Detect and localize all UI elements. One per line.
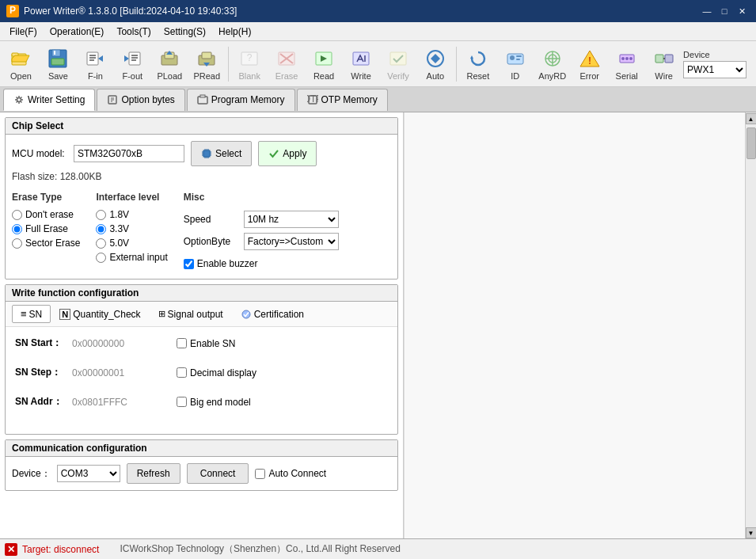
read-icon	[313, 48, 335, 70]
pread-button[interactable]: PRead	[189, 44, 225, 85]
menu-file[interactable]: File(F)	[3, 25, 44, 39]
erase-dont-label: Don't erase	[25, 209, 74, 220]
sn-step-value: 0x00000001	[72, 367, 167, 378]
scroll-thumb[interactable]	[747, 127, 756, 159]
il-1v8-radio[interactable]	[96, 210, 106, 220]
tab-option-bytes[interactable]: Option bytes	[97, 89, 184, 111]
big-end-checkbox[interactable]	[177, 397, 187, 407]
enable-buzzer-checkbox[interactable]	[184, 259, 194, 269]
sn-start-label: SN Start：	[15, 337, 63, 350]
menu-help[interactable]: Help(H)	[212, 25, 257, 39]
comm-device-label: Device：	[12, 467, 51, 481]
pload-button[interactable]: PLoad	[152, 44, 188, 85]
interface-level-title: Interface level	[96, 192, 167, 203]
svg-marker-12	[98, 55, 103, 62]
save-button[interactable]: Save	[40, 44, 76, 85]
enable-buzzer-row[interactable]: Enable buzzer	[184, 258, 342, 269]
chip-select-section: Chip Select MCU model:	[5, 117, 398, 280]
misc-optionbyte-select[interactable]: Factory=>Custom Keep current	[244, 233, 339, 250]
error-button[interactable]: ! Error	[572, 44, 607, 85]
apply-button[interactable]: Apply	[258, 141, 317, 166]
il-1v8[interactable]: 1.8V	[96, 209, 167, 220]
svg-marker-36	[431, 54, 440, 63]
id-button[interactable]: ID	[497, 44, 533, 85]
enable-sn-checkbox-row[interactable]: Enable SN	[177, 338, 235, 349]
erase-type-title: Erase Type	[12, 192, 80, 203]
mcu-input[interactable]	[74, 145, 184, 162]
chip-select-body: MCU model:	[6, 135, 397, 279]
sn-addr-label: SN Addr：	[15, 395, 63, 409]
erase-sector-radio[interactable]	[12, 238, 22, 249]
verify-button[interactable]: Verify	[381, 44, 416, 85]
decimal-display-checkbox[interactable]	[177, 367, 187, 378]
menu-operation[interactable]: Operation(E)	[44, 25, 111, 39]
menu-setting[interactable]: Setting(S)	[158, 25, 212, 39]
svg-point-50	[625, 57, 629, 60]
window-controls: — □ ✕	[699, 4, 750, 18]
il-3v3-label: 3.3V	[109, 223, 129, 234]
select-button[interactable]: Select	[191, 141, 252, 166]
minimize-button[interactable]: —	[699, 4, 715, 18]
refresh-button[interactable]: Refresh	[127, 463, 180, 484]
svg-text:!: !	[588, 55, 591, 67]
write-function-section: Write function configuration ≡ SN N Quan…	[5, 284, 398, 435]
wf-tab-certification[interactable]: Certification	[232, 306, 313, 323]
read-button[interactable]: Read	[306, 44, 342, 85]
device-select[interactable]: PWX1	[683, 61, 747, 78]
scroll-up-button[interactable]: ▲	[746, 113, 757, 124]
open-button[interactable]: Open	[3, 44, 39, 85]
big-end-row[interactable]: Big end model	[177, 397, 251, 408]
save-icon	[47, 48, 69, 70]
title-bar-title: Power Writer® 1.3.8.0 [Build:2024-04-10 …	[24, 6, 237, 17]
write-function-body: SN Start： 0x00000000 Enable SN SN Step： …	[6, 327, 397, 434]
il-3v3-radio[interactable]	[96, 224, 106, 234]
sn-start-value: 0x00000000	[72, 338, 167, 349]
title-bar-left: P Power Writer® 1.3.8.0 [Build:2024-04-1…	[6, 5, 237, 17]
anyrd-button[interactable]: AnyRD	[534, 44, 570, 85]
erase-sector[interactable]: Sector Erase	[12, 238, 80, 249]
quantity-check-icon: N	[59, 309, 70, 320]
menu-tools[interactable]: Tools(T)	[110, 25, 157, 39]
connect-button[interactable]: Connect	[187, 463, 249, 484]
erase-full[interactable]: Full Erase	[12, 223, 80, 234]
il-1v8-label: 1.8V	[109, 209, 129, 220]
il-5v0-radio[interactable]	[96, 238, 106, 249]
option-bytes-icon	[107, 94, 118, 105]
auto-connect-row[interactable]: Auto Connect	[255, 468, 326, 479]
reset-button[interactable]: Reset	[460, 44, 496, 85]
tab-writer-setting[interactable]: Writer Setting	[3, 89, 95, 111]
auto-connect-checkbox[interactable]	[255, 469, 265, 479]
scroll-down-button[interactable]: ▼	[746, 527, 757, 538]
wf-tab-sn[interactable]: ≡ SN	[12, 305, 51, 323]
enable-sn-checkbox[interactable]	[177, 338, 187, 348]
comm-device-select[interactable]: COM3 COM1 COM2	[57, 465, 120, 482]
erase-sector-label: Sector Erase	[25, 238, 80, 249]
erase-dont[interactable]: Don't erase	[12, 209, 80, 220]
maximize-button[interactable]: □	[716, 4, 732, 18]
wf-tab-signal-output[interactable]: ⊞ Signal output	[150, 306, 232, 323]
serial-icon	[616, 48, 638, 70]
auto-button[interactable]: Auto	[417, 44, 453, 85]
tab-program-memory[interactable]: Program Memory	[187, 89, 295, 111]
decimal-display-row[interactable]: Decimal display	[177, 367, 256, 378]
pread-icon	[196, 48, 218, 70]
erase-button[interactable]: Erase	[269, 44, 305, 85]
erase-full-radio[interactable]	[12, 224, 22, 234]
tab-otp-memory[interactable]: OTP OTP Memory	[297, 89, 388, 111]
fin-button[interactable]: F-in	[78, 44, 113, 85]
fout-button[interactable]: F-out	[115, 44, 150, 85]
serial-button[interactable]: Serial	[609, 44, 644, 85]
il-ext[interactable]: External input	[96, 252, 167, 263]
right-panel-scrollbar[interactable]: ▲ ▼	[745, 112, 756, 538]
erase-dont-radio[interactable]	[12, 210, 22, 220]
il-ext-radio[interactable]	[96, 253, 106, 263]
misc-speed-select[interactable]: 10M hz 5M hz 1M hz	[244, 211, 339, 228]
certification-icon	[241, 309, 252, 320]
close-button[interactable]: ✕	[734, 4, 750, 18]
il-5v0[interactable]: 5.0V	[96, 238, 167, 249]
wf-tab-quantity-check[interactable]: N Quantity_Check	[51, 306, 149, 323]
write-button[interactable]: Write	[344, 44, 379, 85]
il-3v3[interactable]: 3.3V	[96, 223, 167, 234]
blank-button[interactable]: ? Blank	[232, 44, 268, 85]
wire-button[interactable]: Wire	[646, 44, 682, 85]
